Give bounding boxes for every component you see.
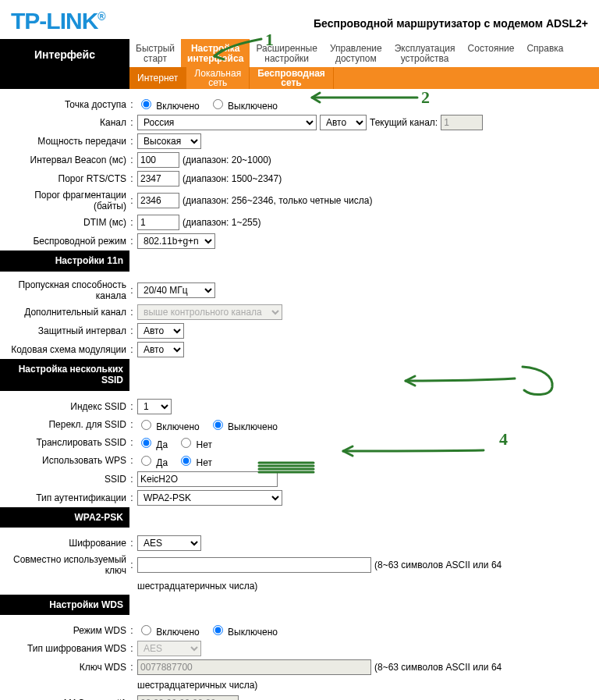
gi-select[interactable]: Авто: [137, 323, 184, 339]
rts-hint: (диапазон: 1500~2347): [183, 173, 282, 184]
ap-off-radio[interactable]: [213, 99, 223, 109]
dtim-input[interactable]: [137, 215, 179, 230]
dtim-hint: (диапазон: 1~255): [183, 217, 261, 228]
wps-label: Использовать WPS: [5, 455, 129, 466]
perssid-off-radio[interactable]: [213, 420, 223, 430]
subnav-tab-0[interactable]: Интернет: [129, 67, 186, 89]
broadcast-label: Транслировать SSID: [5, 437, 129, 448]
topnav-tab-4[interactable]: Эксплуатацияустройства: [388, 39, 462, 67]
psk-hint2: шестрадцатеричных числа): [137, 581, 257, 592]
perssid-on-radio[interactable]: [141, 420, 151, 430]
tx-power-select[interactable]: Высокая: [137, 133, 201, 149]
wds-off-radio[interactable]: [213, 625, 223, 635]
frag-input[interactable]: [137, 193, 179, 208]
channel-label: Канал: [5, 117, 129, 128]
wds-key-hint1: (8~63 символов ASCII или 64: [374, 662, 502, 673]
wds-mac1-input: [137, 695, 239, 700]
topnav-tab-3[interactable]: Управлениедоступом: [324, 39, 388, 67]
perssid-label: Перекл. для SSID: [5, 419, 129, 430]
label-on: Включено: [156, 101, 199, 112]
wds-on-radio[interactable]: [141, 625, 151, 635]
section-wpa: WPA2-PSK: [0, 507, 129, 528]
topnav-tab-2[interactable]: Расширенныенастройки: [250, 39, 324, 67]
section-mssid: Настройка нескольких SSID: [0, 359, 129, 391]
psk-label: Совместно используемый ключ: [5, 554, 129, 576]
ssid-idx-select[interactable]: 1: [137, 399, 172, 414]
frag-hint: (диапазон: 256~2346, только четные числа…: [183, 195, 372, 206]
sidebar-head: Интерфейс: [0, 39, 129, 89]
ap-on-radio[interactable]: [141, 99, 151, 109]
current-channel-label: Текущий канал:: [370, 117, 438, 128]
label-off: Выключено: [228, 101, 278, 112]
bw-select[interactable]: 20/40 МГц: [137, 282, 215, 298]
top-nav: БыстрыйстартНастройкаинтерфейсаРасширенн…: [129, 39, 599, 67]
bw-label: Пропускная способность канала: [5, 279, 129, 301]
extch-label: Дополнительный канал: [5, 307, 129, 318]
topnav-tab-6[interactable]: Справка: [520, 39, 569, 67]
mcs-label: Кодовая схема модуляции: [5, 344, 129, 355]
channel-auto-select[interactable]: Авто: [320, 115, 367, 130]
mcs-select[interactable]: Авто: [137, 342, 184, 357]
product-title: Беспроводной маршрутизатор с модемом ADS…: [314, 8, 588, 30]
wds-key-input: [137, 659, 371, 675]
wds-key-label: Ключ WDS: [5, 662, 129, 673]
beacon-hint: (диапазон: 20~1000): [183, 155, 271, 165]
bcast-no-radio[interactable]: [181, 438, 191, 448]
current-channel-value: [441, 115, 483, 130]
wmode-label: Беспроводной режим: [5, 236, 129, 247]
topnav-tab-5[interactable]: Состояние: [462, 39, 521, 67]
ap-label: Точка доступа: [5, 99, 129, 110]
psk-input[interactable]: [137, 557, 371, 573]
auth-label: Тип аутентификации: [5, 492, 129, 503]
gi-label: Защитный интервал: [5, 325, 129, 336]
rts-label: Порог RTS/CTS: [5, 173, 129, 184]
tx-power-label: Мощность передачи: [5, 136, 129, 147]
wds-enc-label: Тип шифрования WDS: [5, 643, 129, 654]
frag-label: Порог фрагментации (байты): [5, 190, 129, 211]
ssid-label: SSID: [5, 474, 129, 485]
subnav-tab-1[interactable]: Локальнаясеть: [186, 67, 250, 89]
beacon-label: Интервал Beacon (мс): [5, 155, 129, 165]
enc-select[interactable]: AES: [137, 535, 201, 551]
content-area: Точка доступа : Включено Выключено Канал…: [0, 89, 599, 700]
channel-country-select[interactable]: Россия: [137, 115, 317, 130]
psk-hint1: (8~63 символов ASCII или 64: [374, 560, 502, 570]
sub-nav: ИнтернетЛокальнаясетьБеспроводнаясеть: [129, 67, 599, 89]
auth-select[interactable]: WPA2-PSK: [137, 490, 282, 506]
dtim-label: DTIM (мс): [5, 217, 129, 228]
header: TP-LINK® Беспроводной маршрутизатор с мо…: [0, 0, 599, 39]
wds-enc-select: AES: [137, 641, 201, 656]
rts-input[interactable]: [137, 171, 179, 187]
bcast-yes-radio[interactable]: [141, 438, 151, 448]
wmode-select[interactable]: 802.11b+g+n: [137, 233, 215, 249]
brand-logo: TP-LINK®: [11, 8, 105, 34]
ssid-idx-label: Индекс SSID: [5, 401, 129, 412]
beacon-input[interactable]: [137, 152, 179, 168]
section-11n: Настройки 11n: [0, 251, 129, 271]
extch-select: выше контрольного канала: [137, 304, 282, 320]
ssid-input[interactable]: [137, 471, 278, 487]
topnav-tab-1[interactable]: Настройкаинтерфейса: [181, 39, 250, 67]
subnav-tab-2[interactable]: Беспроводнаясеть: [250, 67, 334, 89]
sidebar-title: Интерфейс: [0, 39, 129, 70]
topnav-tab-0[interactable]: Быстрыйстарт: [129, 39, 181, 67]
wds-mode-label: Режим WDS: [5, 625, 129, 636]
section-wds: Настройки WDS: [0, 595, 129, 615]
wps-no-radio[interactable]: [181, 456, 191, 466]
enc-label: Шифрование: [5, 538, 129, 549]
wds-key-hint2: шестрадцатеричных числа): [137, 680, 257, 691]
wps-yes-radio[interactable]: [141, 456, 151, 466]
